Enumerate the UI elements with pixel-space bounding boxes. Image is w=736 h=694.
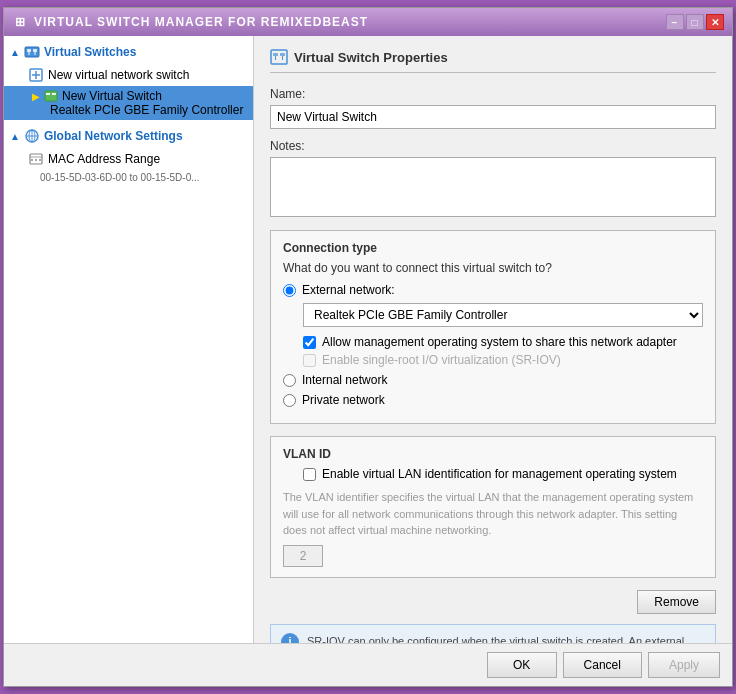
mac-range-label: MAC Address Range — [48, 152, 160, 166]
mac-range-value: 00-15-5D-03-6D-00 to 00-15-5D-0... — [4, 170, 253, 185]
close-button[interactable]: ✕ — [706, 14, 724, 30]
vlan-checkbox[interactable] — [303, 468, 316, 481]
svg-rect-2 — [33, 49, 37, 52]
vlan-number-row — [283, 545, 703, 567]
panel-title-text: Virtual Switch Properties — [294, 50, 448, 65]
new-virtual-network-switch-label: New virtual network switch — [48, 68, 189, 82]
external-network-dropdown-row: Realtek PCIe GBE Family Controller — [303, 303, 703, 327]
vlan-checkbox-row: Enable virtual LAN identification for ma… — [303, 467, 703, 481]
svg-rect-21 — [273, 53, 278, 56]
vlan-number-input[interactable] — [283, 545, 323, 567]
notes-textarea[interactable] — [270, 157, 716, 217]
info-text: SR-IOV can only be configured when the v… — [307, 633, 705, 644]
title-bar: ⊞ Virtual Switch Manager for REMIXEDBEAS… — [4, 8, 732, 36]
main-window: ⊞ Virtual Switch Manager for REMIXEDBEAS… — [3, 7, 733, 687]
sr-iov-checkbox[interactable] — [303, 354, 316, 367]
name-label: Name: — [270, 87, 716, 101]
svg-rect-8 — [45, 91, 57, 101]
svg-rect-9 — [46, 93, 50, 95]
svg-point-19 — [39, 159, 41, 161]
svg-rect-1 — [27, 49, 31, 52]
sr-iov-label: Enable single-root I/O virtualization (S… — [322, 353, 561, 367]
new-virtual-network-switch-item[interactable]: New virtual network switch — [4, 64, 253, 86]
svg-rect-0 — [25, 47, 39, 57]
remove-button[interactable]: Remove — [637, 590, 716, 614]
selected-switch-arrow: ▶ — [32, 91, 40, 102]
allow-management-label[interactable]: Allow management operating system to sha… — [322, 335, 677, 349]
left-panel: ▲ Virtual Switches — [4, 36, 254, 643]
title-bar-left: ⊞ Virtual Switch Manager for REMIXEDBEAS… — [12, 14, 368, 30]
info-icon: i — [281, 633, 299, 644]
external-network-row: External network: — [283, 283, 703, 297]
switch-item-icon — [44, 89, 58, 103]
new-switch-icon — [28, 67, 44, 83]
global-network-arrow: ▲ — [10, 131, 20, 142]
allow-management-row: Allow management operating system to sha… — [303, 335, 703, 349]
allow-management-checkbox[interactable] — [303, 336, 316, 349]
connection-type-subtitle: What do you want to connect this virtual… — [283, 261, 703, 275]
bottom-bar: OK Cancel Apply — [4, 643, 732, 686]
vlan-section: VLAN ID Enable virtual LAN identificatio… — [270, 436, 716, 578]
vlan-description: The VLAN identifier specifies the virtua… — [283, 489, 703, 539]
private-network-radio[interactable] — [283, 394, 296, 407]
private-network-row: Private network — [283, 393, 703, 407]
svg-rect-10 — [52, 93, 56, 95]
external-network-radio[interactable] — [283, 284, 296, 297]
notes-label: Notes: — [270, 139, 716, 153]
panel-title-icon — [270, 48, 288, 66]
vlan-checkbox-label[interactable]: Enable virtual LAN identification for ma… — [322, 467, 677, 481]
internal-network-row: Internal network — [283, 373, 703, 387]
selected-switch-sub: Realtek PCIe GBE Family Controller — [50, 103, 243, 117]
external-network-label[interactable]: External network: — [302, 283, 395, 297]
connection-type-title: Connection type — [283, 241, 703, 255]
svg-point-17 — [31, 159, 33, 161]
virtual-switches-header[interactable]: ▲ Virtual Switches — [4, 40, 253, 64]
internal-network-label[interactable]: Internal network — [302, 373, 387, 387]
global-network-icon — [24, 128, 40, 144]
sr-iov-row: Enable single-root I/O virtualization (S… — [303, 353, 703, 367]
mac-icon — [28, 151, 44, 167]
panel-title: Virtual Switch Properties — [270, 48, 716, 73]
title-controls: − □ ✕ — [666, 14, 724, 30]
selected-switch-name: New Virtual Switch — [62, 89, 162, 103]
app-icon: ⊞ — [12, 14, 28, 30]
info-box: i SR-IOV can only be configured when the… — [270, 624, 716, 644]
ok-button[interactable]: OK — [487, 652, 557, 678]
vlan-title: VLAN ID — [283, 447, 703, 461]
apply-button[interactable]: Apply — [648, 652, 720, 678]
maximize-button[interactable]: □ — [686, 14, 704, 30]
svg-rect-22 — [280, 53, 285, 56]
right-panel: Virtual Switch Properties Name: Notes: C… — [254, 36, 732, 643]
svg-rect-20 — [271, 50, 287, 64]
virtual-switches-label: Virtual Switches — [44, 45, 136, 59]
mac-address-range-item[interactable]: MAC Address Range — [4, 148, 253, 170]
global-network-settings-label: Global Network Settings — [44, 129, 183, 143]
cancel-button[interactable]: Cancel — [563, 652, 642, 678]
connection-type-section: Connection type What do you want to conn… — [270, 230, 716, 424]
svg-point-18 — [35, 159, 37, 161]
global-network-settings-header[interactable]: ▲ Global Network Settings — [4, 124, 253, 148]
remove-button-row: Remove — [270, 590, 716, 614]
internal-network-radio[interactable] — [283, 374, 296, 387]
external-network-dropdown[interactable]: Realtek PCIe GBE Family Controller — [303, 303, 703, 327]
minimize-button[interactable]: − — [666, 14, 684, 30]
new-virtual-switch-item[interactable]: ▶ New Virtual Switch Realtek PCIe GBE Fa… — [4, 86, 253, 120]
window-title: Virtual Switch Manager for REMIXEDBEAST — [34, 15, 368, 29]
content-area: ▲ Virtual Switches — [4, 36, 732, 643]
private-network-label[interactable]: Private network — [302, 393, 385, 407]
name-input[interactable] — [270, 105, 716, 129]
virtual-switches-arrow: ▲ — [10, 47, 20, 58]
virtual-switches-icon — [24, 44, 40, 60]
